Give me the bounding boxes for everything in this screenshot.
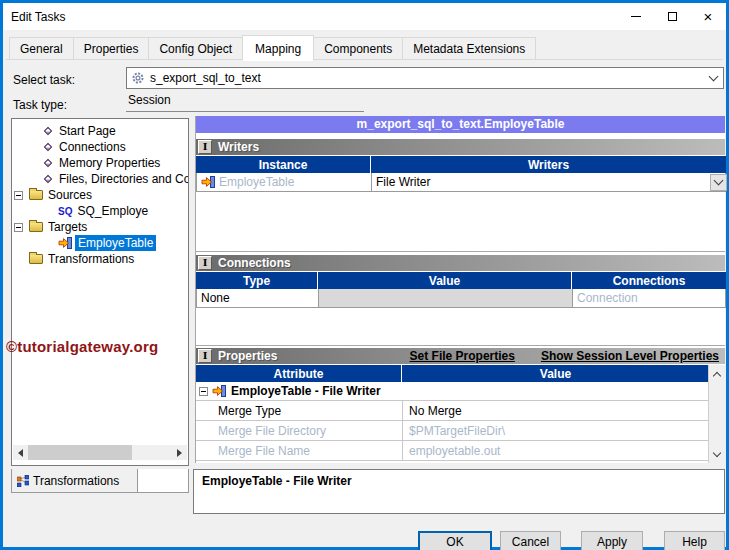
tree-item-transformations[interactable]: Transformations — [12, 251, 188, 267]
target-icon — [58, 237, 72, 249]
apply-button[interactable]: Apply — [581, 531, 643, 550]
set-file-properties-link[interactable]: Set File Properties — [410, 349, 515, 363]
column-header-value: Value — [318, 272, 572, 289]
writers-section-header: I Writers — [196, 139, 725, 155]
transformations-tab-label: Transformations — [33, 474, 119, 488]
select-task-value: s_export_sql_to_text — [150, 71, 261, 85]
properties-links: Set File Properties Show Session Level P… — [410, 349, 725, 363]
tree-item-sources[interactable]: Sources — [12, 187, 188, 203]
scroll-left-arrow[interactable] — [13, 445, 28, 460]
maximize-button[interactable] — [654, 3, 690, 30]
tree-item-memory-properties[interactable]: Memory Properties — [12, 155, 188, 171]
tab-mapping[interactable]: Mapping — [242, 35, 314, 61]
tree-item-start-page[interactable]: Start Page — [12, 123, 188, 139]
property-row-merge-file-name: Merge File Name employetable.out — [196, 441, 709, 461]
section-collapse-icon[interactable]: I — [198, 256, 212, 270]
writer-dropdown-cell[interactable]: File Writer — [372, 173, 727, 191]
tree-item-targets[interactable]: Targets — [12, 219, 188, 235]
selected-tree-item: EmployeTable — [75, 235, 156, 251]
folder-icon — [29, 222, 43, 232]
tab-metadata-extensions[interactable]: Metadata Extensions — [402, 37, 536, 60]
mapping-target-header: m_export_sql_to_text.EmployeTable — [196, 116, 725, 133]
cancel-button[interactable]: Cancel — [500, 531, 561, 550]
column-header-value: Value — [402, 365, 709, 382]
tree-item-connections[interactable]: Connections — [12, 139, 188, 155]
collapse-minus-icon[interactable] — [199, 387, 208, 396]
tab-properties[interactable]: Properties — [73, 37, 150, 60]
transformations-tab[interactable]: Transformations — [12, 469, 138, 492]
show-session-level-properties-link[interactable]: Show Session Level Properties — [541, 349, 719, 363]
target-icon — [212, 385, 226, 397]
help-button[interactable]: Help — [664, 531, 725, 550]
tab-general[interactable]: General — [9, 37, 74, 60]
attribute-value[interactable]: No Merge — [402, 401, 709, 420]
edit-tasks-dialog: Edit Tasks × General Properties Config O… — [0, 0, 729, 550]
session-gear-icon — [131, 71, 145, 85]
properties-table-header: Attribute Value — [196, 365, 709, 382]
mapping-panel: m_export_sql_to_text.EmployeTable I Writ… — [195, 116, 725, 463]
diamond-icon — [43, 126, 54, 137]
connections-section-title: Connections — [218, 256, 291, 270]
window-title: Edit Tasks — [3, 10, 65, 24]
close-icon: × — [704, 12, 713, 22]
minimize-button[interactable] — [618, 3, 654, 30]
property-row-merge-type[interactable]: Merge Type No Merge — [196, 401, 709, 421]
properties-section-title: Properties — [218, 349, 277, 363]
writers-section-title: Writers — [218, 140, 259, 154]
writers-table: Instance Writers EmployeTable File Write… — [196, 156, 726, 192]
scroll-down-arrow[interactable] — [709, 446, 725, 462]
attribute-name: Merge File Name — [196, 441, 402, 460]
property-row-merge-file-directory: Merge File Directory $PMTargetFileDir\ — [196, 421, 709, 441]
diamond-icon — [43, 158, 54, 169]
scroll-up-arrow[interactable] — [709, 366, 725, 382]
scrollbar-thumb[interactable] — [28, 445, 132, 460]
instance-cell: EmployeTable — [197, 173, 372, 191]
column-header-writers: Writers — [371, 156, 726, 173]
section-collapse-icon[interactable]: I — [198, 140, 212, 154]
properties-vertical-scrollbar[interactable] — [708, 365, 725, 463]
attribute-value: $PMTargetFileDir\ — [402, 421, 709, 440]
connections-section-header: I Connections — [196, 255, 725, 271]
writer-dropdown-button[interactable] — [710, 174, 727, 191]
connections-table-header: Type Value Connections — [196, 272, 726, 289]
tab-config-object[interactable]: Config Object — [148, 37, 243, 60]
section-divider — [196, 251, 725, 252]
select-task-dropdown[interactable]: s_export_sql_to_text — [126, 67, 724, 89]
minimize-icon — [631, 16, 641, 17]
titlebar: Edit Tasks × — [3, 3, 726, 30]
navigator-tree: Start Page Connections Memory Properties… — [12, 123, 188, 267]
column-header-attribute: Attribute — [196, 365, 402, 382]
tree-item-sq-employe[interactable]: SQ SQ_Employe — [12, 203, 188, 219]
scroll-right-arrow[interactable] — [172, 445, 187, 460]
folder-icon — [29, 254, 43, 264]
task-type-field[interactable]: Session — [126, 93, 364, 112]
properties-table: Attribute Value EmployeTable - File Writ… — [196, 365, 709, 461]
watermark-text: ©tutorialgateway.org — [6, 338, 158, 355]
tab-components[interactable]: Components — [313, 37, 403, 60]
group-title: EmployeTable - File Writer — [231, 384, 381, 398]
connection-name-cell[interactable]: Connection — [573, 289, 727, 307]
chevron-down-icon — [714, 176, 724, 186]
writers-table-header: Instance Writers — [196, 156, 726, 173]
folder-icon — [29, 190, 43, 200]
tree-item-employetable[interactable]: EmployeTable — [12, 235, 188, 251]
instance-name: EmployeTable — [219, 175, 294, 189]
navigator-horizontal-scrollbar[interactable] — [13, 445, 187, 460]
connection-type-cell[interactable]: None — [197, 289, 319, 307]
attribute-value: employetable.out — [402, 441, 709, 460]
collapse-minus-icon[interactable] — [14, 191, 23, 200]
collapse-minus-icon[interactable] — [14, 223, 23, 232]
properties-group-row[interactable]: EmployeTable - File Writer — [196, 382, 709, 401]
source-qualifier-icon: SQ — [58, 206, 72, 217]
tree-item-files-directories[interactable]: Files, Directories and Com — [12, 171, 188, 187]
section-divider — [196, 345, 725, 346]
ok-button[interactable]: OK — [418, 531, 492, 550]
writer-value: File Writer — [376, 175, 430, 189]
properties-section-header: I Properties Set File Properties Show Se… — [196, 348, 725, 364]
writers-table-row: EmployeTable File Writer — [196, 173, 726, 192]
section-collapse-icon[interactable]: I — [198, 349, 212, 363]
maximize-icon — [668, 12, 677, 21]
diamond-icon — [43, 142, 54, 153]
close-button[interactable]: × — [690, 3, 726, 30]
connections-table-row: None Connection — [196, 289, 726, 308]
